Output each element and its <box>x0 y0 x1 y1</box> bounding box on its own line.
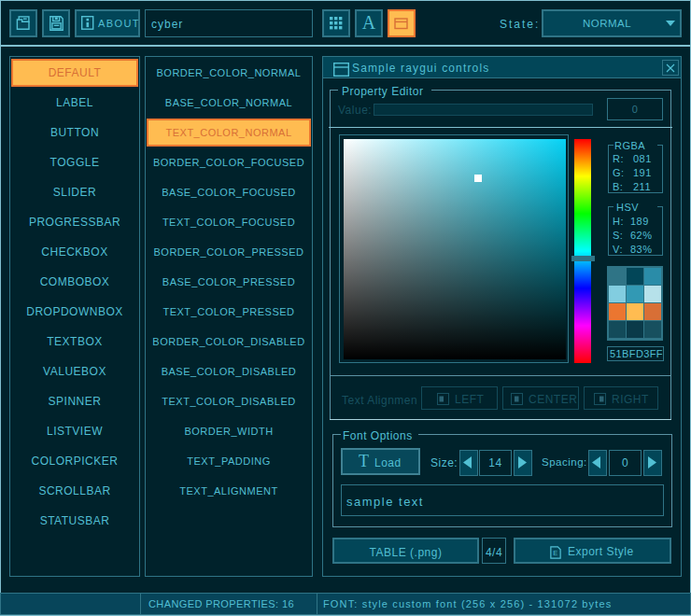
svg-text:E: E <box>553 549 557 557</box>
